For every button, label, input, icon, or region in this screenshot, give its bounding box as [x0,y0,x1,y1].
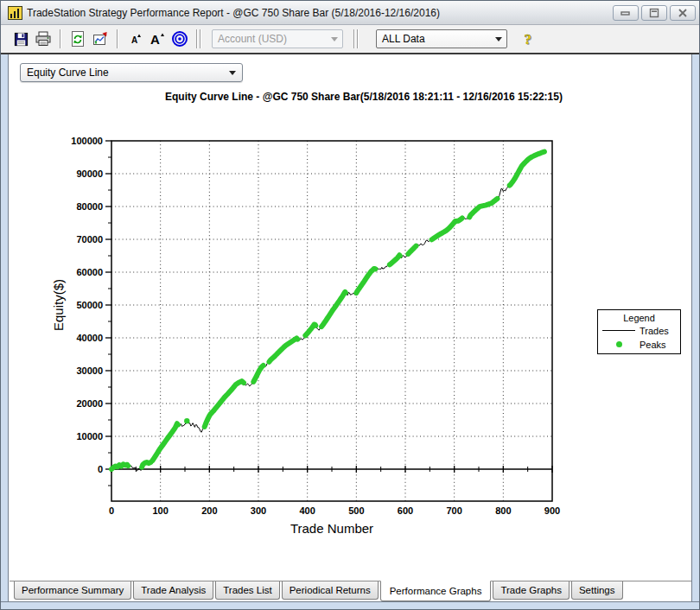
equity-curve-chart: 0100002000030000400005000060000700008000… [35,115,640,581]
window-title: TradeStation Strategy Performance Report… [27,7,440,19]
save-icon [13,31,29,48]
legend-item-peaks: Peaks [598,338,680,351]
toolbar-separator [353,29,355,48]
print-icon [35,30,52,48]
svg-text:Trade Number: Trade Number [290,521,373,536]
window-frame-bottom [1,601,700,609]
svg-text:A: A [131,35,137,45]
window-frame-left [1,54,9,609]
chart-title: Equity Curve Line - @GC 750 Share Bar(5/… [35,91,692,103]
increase-font-button[interactable]: A [146,28,169,50]
svg-text:40000: 40000 [76,333,103,343]
format-report-icon [92,30,109,48]
svg-text:50000: 50000 [76,300,103,310]
strategy-target-button[interactable] [169,28,191,50]
svg-text:0: 0 [98,464,103,474]
app-icon [8,6,22,20]
toolbar-separator [200,29,201,48]
legend-label-trades: Trades [640,326,680,336]
svg-text:30000: 30000 [76,365,103,376]
svg-text:500: 500 [348,505,364,516]
legend-label-peaks: Peaks [640,340,680,350]
svg-text:60000: 60000 [76,267,103,277]
window-frame-right [691,54,699,609]
report-client-area: Equity Curve Line Equity Curve Line - @G… [10,54,692,603]
svg-text:A: A [150,32,160,47]
decrease-font-icon: A [126,30,143,48]
minimize-button[interactable] [613,5,639,21]
chevron-down-icon [331,37,338,41]
svg-text:800: 800 [495,505,511,516]
account-combobox-value: Account (USD) [218,33,287,45]
svg-text:100: 100 [152,505,168,516]
chevron-down-icon [229,71,236,75]
target-icon [171,30,188,48]
format-report-button[interactable] [89,28,111,50]
tab-performance-graphs[interactable]: Performance Graphs [380,581,492,601]
peaks-dot-sample [616,341,622,347]
print-button[interactable] [32,28,54,50]
data-range-combobox[interactable]: ALL Data [376,29,507,48]
tab-settings[interactable]: Settings [571,581,623,600]
close-button[interactable] [670,5,696,21]
svg-text:0: 0 [109,505,114,516]
refresh-icon [69,30,86,48]
svg-text:600: 600 [398,505,413,516]
close-icon [678,8,688,18]
account-combobox[interactable]: Account (USD) [212,29,343,48]
svg-text:400: 400 [299,505,315,516]
data-range-combobox-value: ALL Data [382,33,425,45]
help-icon: ? ? [521,30,537,48]
graph-view-combobox-value: Equity Curve Line [27,67,109,79]
svg-text:90000: 90000 [76,168,103,179]
toolbar-separator [117,29,118,48]
tab-periodical-returns[interactable]: Periodical Returns [282,581,379,600]
svg-text:200: 200 [201,505,217,516]
decrease-font-button[interactable]: A [124,28,146,50]
minimize-icon [620,8,631,18]
window: TradeStation Strategy Performance Report… [0,0,700,610]
chart-legend: Legend Trades Peaks [597,309,681,354]
help-button[interactable]: ? ? [518,28,540,50]
title-bar: TradeStation Strategy Performance Report… [1,1,700,25]
tab-trade-analysis[interactable]: Trade Analysis [133,581,213,600]
toolbar-separator [196,29,198,48]
graph-view-combobox[interactable]: Equity Curve Line [20,63,243,82]
svg-text:70000: 70000 [76,234,103,245]
svg-text:100000: 100000 [71,136,103,146]
svg-text:300: 300 [251,505,266,516]
svg-text:20000: 20000 [76,398,103,409]
tab-trade-graphs[interactable]: Trade Graphs [493,581,570,600]
increase-font-icon: A [148,30,167,48]
tab-bar: Performance SummaryTrade AnalysisTrades … [10,581,692,603]
toolbar: A A Account (USD) ALL Data [1,25,700,54]
restore-icon [649,8,659,18]
svg-text:Equity($): Equity($) [51,279,66,331]
toolbar-separator [357,29,359,48]
trades-line-sample [602,330,635,331]
maximize-button[interactable] [641,5,667,21]
tab-performance-summary[interactable]: Performance Summary [14,581,131,600]
svg-text:10000: 10000 [76,431,103,442]
svg-text:?: ? [525,31,532,48]
svg-text:900: 900 [544,505,560,516]
legend-item-trades: Trades [598,324,680,337]
tab-trades-list[interactable]: Trades List [215,581,279,600]
svg-text:80000: 80000 [76,201,103,212]
refresh-button[interactable] [67,28,89,50]
save-button[interactable] [10,28,32,50]
legend-title: Legend [598,313,680,323]
svg-text:700: 700 [446,505,461,516]
chevron-down-icon [495,37,502,41]
toolbar-separator [60,29,61,48]
